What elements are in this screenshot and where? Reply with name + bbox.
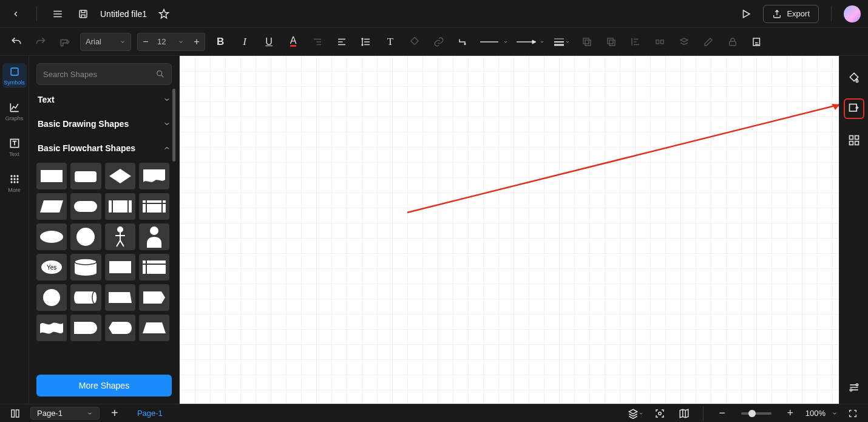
shape-circle[interactable] bbox=[70, 223, 101, 250]
save-icon[interactable] bbox=[75, 5, 92, 22]
connector-button[interactable] bbox=[454, 33, 472, 51]
shape-fill-button[interactable] bbox=[405, 33, 424, 51]
fill-bucket-icon[interactable] bbox=[844, 67, 864, 87]
font-size-dropdown[interactable] bbox=[178, 39, 189, 45]
page-setup-button[interactable] bbox=[748, 33, 766, 51]
shape-pill[interactable] bbox=[70, 193, 101, 220]
shape-card[interactable] bbox=[105, 254, 135, 281]
lock-button[interactable] bbox=[724, 33, 742, 51]
shape-yes-no[interactable]: Yes bbox=[36, 254, 67, 281]
arrow-end-button[interactable] bbox=[515, 33, 545, 51]
zoom-out-button[interactable]: − bbox=[713, 404, 731, 423]
shape-connector[interactable] bbox=[36, 284, 67, 311]
svg-point-17 bbox=[13, 175, 15, 177]
more-shapes-button[interactable]: More Shapes bbox=[36, 375, 172, 396]
shape-document[interactable] bbox=[139, 163, 169, 189]
line-spacing-button[interactable] bbox=[357, 33, 375, 51]
shape-person-stick[interactable] bbox=[105, 223, 135, 250]
focus-icon[interactable] bbox=[651, 404, 669, 423]
section-basic-drawing[interactable]: Basic Drawing Shapes bbox=[36, 114, 172, 134]
redo-button[interactable] bbox=[32, 33, 50, 51]
format-painter-button[interactable] bbox=[56, 33, 74, 51]
shape-process[interactable] bbox=[36, 163, 67, 189]
map-icon[interactable] bbox=[675, 404, 693, 423]
divider bbox=[703, 406, 704, 421]
fullscreen-button[interactable] bbox=[844, 404, 862, 423]
italic-button[interactable]: I bbox=[236, 33, 254, 51]
send-backward-button[interactable] bbox=[578, 33, 596, 51]
panel-scrollbar[interactable] bbox=[172, 89, 175, 162]
shape-ellipse[interactable] bbox=[36, 223, 67, 250]
add-page-button[interactable]: + bbox=[106, 404, 124, 423]
user-avatar[interactable] bbox=[844, 5, 861, 22]
zoom-slider[interactable] bbox=[741, 412, 771, 415]
shape-cylinder[interactable] bbox=[70, 254, 101, 281]
zoom-slider-knob[interactable] bbox=[748, 410, 756, 417]
increase-size-button[interactable]: + bbox=[189, 36, 205, 47]
shape-display[interactable] bbox=[105, 315, 135, 341]
search-shapes-input[interactable]: Search Shapes bbox=[36, 63, 172, 85]
insert-text-button[interactable]: T bbox=[381, 33, 399, 51]
line-style-button[interactable] bbox=[478, 33, 509, 51]
section-flowchart[interactable]: Basic Flowchart Shapes bbox=[36, 138, 172, 158]
shape-parallelogram[interactable] bbox=[36, 193, 67, 220]
shape-manual-op[interactable] bbox=[105, 284, 135, 311]
search-placeholder: Search Shapes bbox=[43, 70, 97, 79]
shape-terminator-rounded[interactable] bbox=[70, 163, 101, 189]
link-button[interactable] bbox=[430, 33, 448, 51]
shape-person-solid[interactable] bbox=[139, 223, 169, 250]
shape-internal-storage[interactable] bbox=[139, 193, 169, 220]
bold-button[interactable]: B bbox=[211, 33, 229, 51]
play-button[interactable] bbox=[737, 5, 754, 22]
group-button[interactable] bbox=[675, 33, 693, 51]
shape-trapezoid[interactable] bbox=[139, 315, 169, 341]
svg-point-20 bbox=[13, 178, 15, 180]
shape-predefined[interactable] bbox=[105, 193, 135, 220]
toolbar: Arial − 12 + B I U A T bbox=[0, 28, 868, 56]
insert-panel-button[interactable] bbox=[844, 98, 864, 119]
page-selector[interactable]: Page-1 bbox=[30, 407, 100, 420]
align-left-button[interactable] bbox=[626, 33, 645, 51]
font-size-value[interactable]: 12 bbox=[154, 37, 178, 46]
nav-text[interactable]: Text bbox=[2, 135, 27, 160]
canvas[interactable] bbox=[180, 56, 839, 404]
section-text[interactable]: Text bbox=[36, 90, 172, 109]
line-weight-button[interactable] bbox=[551, 33, 572, 51]
svg-point-16 bbox=[10, 175, 12, 177]
shape-tape[interactable] bbox=[36, 315, 67, 341]
shape-delay[interactable] bbox=[70, 315, 101, 341]
align-button[interactable] bbox=[333, 33, 351, 51]
menu-icon[interactable] bbox=[49, 5, 66, 22]
page-tab[interactable]: Page-1 bbox=[130, 409, 170, 418]
shape-decision[interactable] bbox=[105, 163, 135, 189]
apps-grid-icon[interactable] bbox=[844, 130, 864, 151]
svg-rect-10 bbox=[656, 40, 659, 44]
undo-button[interactable] bbox=[7, 33, 25, 51]
zoom-in-button[interactable]: + bbox=[781, 404, 799, 423]
export-button[interactable]: Export bbox=[763, 5, 819, 23]
nav-graphs[interactable]: Graphs bbox=[2, 99, 27, 124]
font-color-button[interactable]: A bbox=[284, 33, 302, 51]
bring-forward-button[interactable] bbox=[602, 33, 620, 51]
font-family-select[interactable]: Arial bbox=[80, 33, 131, 51]
distribute-button[interactable] bbox=[651, 33, 669, 51]
nav-more[interactable]: More bbox=[2, 171, 27, 196]
nav-label: Text bbox=[9, 151, 19, 157]
shape-direct-data[interactable] bbox=[70, 284, 101, 311]
outline-view-icon[interactable] bbox=[6, 404, 24, 423]
text-format-button[interactable] bbox=[308, 33, 327, 51]
settings-list-icon[interactable] bbox=[844, 377, 864, 398]
svg-rect-52 bbox=[849, 141, 853, 145]
shape-offpage[interactable] bbox=[139, 284, 169, 311]
favorite-star-icon[interactable] bbox=[155, 5, 172, 22]
shape-stored-data[interactable] bbox=[139, 254, 169, 281]
decrease-size-button[interactable]: − bbox=[138, 36, 154, 47]
svg-point-19 bbox=[10, 178, 12, 180]
nav-symbols[interactable]: Symbols bbox=[2, 63, 27, 88]
underline-button[interactable]: U bbox=[260, 33, 278, 51]
file-title[interactable]: Untitled file1 bbox=[100, 9, 147, 19]
layers-icon[interactable] bbox=[626, 404, 645, 423]
edit-button[interactable] bbox=[699, 33, 717, 51]
zoom-level[interactable]: 100% bbox=[805, 409, 826, 418]
back-button[interactable] bbox=[7, 5, 24, 22]
